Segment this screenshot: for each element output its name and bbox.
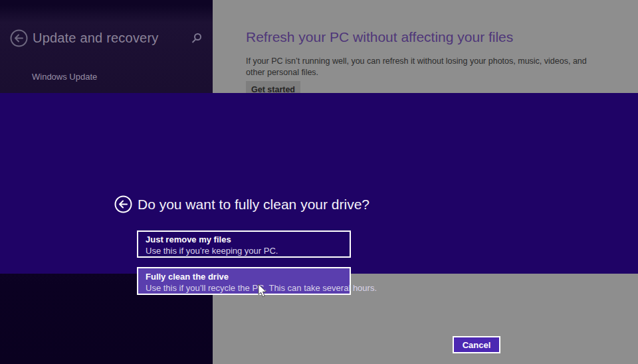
option-description: Use this if you’re keeping your PC. <box>146 245 350 256</box>
back-arrow-icon[interactable] <box>10 29 28 47</box>
option-title: Just remove my files <box>146 234 350 245</box>
dialog-header: Do you want to fully clean your drive? <box>114 195 370 213</box>
option-fully-clean-drive[interactable]: Fully clean the drive Use this if you’ll… <box>137 267 351 295</box>
clean-drive-dialog: Do you want to fully clean your drive? J… <box>0 93 638 274</box>
refresh-pc-description: If your PC isn’t running well, you can r… <box>246 56 593 78</box>
option-description: Use this if you’ll recycle the PC. This … <box>146 282 350 294</box>
sidebar-header: Update and recovery <box>10 29 158 47</box>
sidebar-item-windows-update[interactable]: Windows Update <box>32 72 97 82</box>
page-title: Update and recovery <box>33 31 158 46</box>
dialog-back-arrow-icon[interactable] <box>114 195 132 213</box>
search-icon[interactable] <box>191 33 202 43</box>
refresh-pc-heading: Refresh your PC without affecting your f… <box>246 29 513 45</box>
option-title: Fully clean the drive <box>146 271 350 282</box>
cancel-button[interactable]: Cancel <box>453 336 500 353</box>
pc-settings-screen: Update and recovery Windows Update Refre… <box>0 0 638 364</box>
dialog-title: Do you want to fully clean your drive? <box>138 197 370 213</box>
option-just-remove-files[interactable]: Just remove my files Use this if you’re … <box>137 230 351 258</box>
